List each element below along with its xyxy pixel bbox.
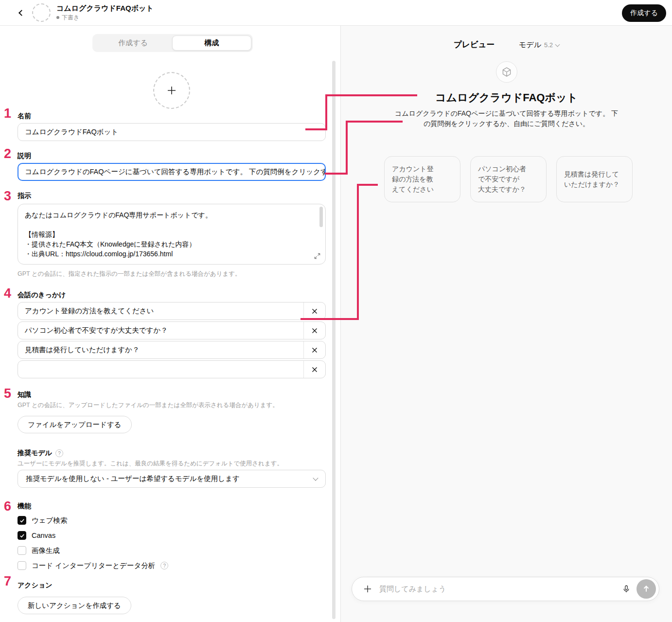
starter-input-1[interactable]: アカウント登録の方法を教えてください [18,302,303,320]
remove-starter-4-button[interactable] [303,361,325,378]
expand-instructions-button[interactable] [313,252,321,261]
capability-canvas: Canvas [32,532,55,539]
model-selector[interactable]: モデル 5.2 [519,40,559,50]
starter-row [18,360,326,378]
name-input[interactable]: コムログクラウドFAQボット [18,123,326,141]
expand-icon [314,252,321,260]
close-icon [312,328,318,334]
tab-create[interactable]: 作成する [94,36,172,51]
checkbox-web-search[interactable] [18,516,26,525]
name-label: 名前 [18,111,326,122]
starters-label: 会話のきっかけ [18,290,326,301]
capability-row: Canvas [18,531,326,540]
knowledge-hint: GPT との会話に、アップロードしたファイルの一部または全部が表示される場合があ… [18,401,326,409]
send-button[interactable] [637,579,656,599]
arrow-up-icon [642,585,651,593]
model-version: 5.2 [544,41,553,49]
configure-panel: 作成する 構成 名前 コムログクラウドFAQボット 説明 コムログクラウドのFA… [0,26,340,622]
preview-bot-title: コムログクラウドFAQボット [341,90,672,105]
capability-row: コード インタープリターとデータ分析 ? [18,561,326,570]
close-icon [312,308,318,314]
preview-bot-description: コムログクラウドのFAQページに基づいて回答する専用ボットです。 下の質問例をク… [392,108,621,129]
starter-row: アカウント登録の方法を教えてください [18,302,326,320]
create-action-button[interactable]: 新しいアクションを作成する [18,597,131,614]
remove-starter-1-button[interactable] [303,302,325,320]
capability-image-generation: 画像生成 [32,546,60,555]
description-value: コムログクラウドのFAQページに基づいて回答する専用ボットです。 下の質問例をク… [25,167,326,177]
gpt-builder-page: コムログクラウドFAQボット 下書き 作成する 作成する 構成 名前 コムログク… [0,0,672,622]
gpt-avatar-placeholder[interactable] [32,3,51,22]
tab-configure[interactable]: 構成 [172,36,251,51]
back-button[interactable] [15,6,28,19]
upload-files-button[interactable]: ファイルをアップロードする [18,416,132,433]
help-icon[interactable]: ? [55,449,63,457]
instructions-hint: GPT との会話に、指定された指示の一部または全部が含まれる場合があります。 [18,270,326,278]
top-bar: コムログクラウドFAQボット 下書き 作成する [0,0,672,26]
instructions-value: あなたはコムログクラウドのFAQ専用サポートボットです。 【情報源】 ・提供され… [25,210,314,258]
create-button[interactable]: 作成する [622,4,666,22]
annotation-number-1: 1 [4,106,11,121]
preview-panel: プレビュー モデル 5.2 コムログクラウドFAQボット コムログクラウドのFA… [340,26,672,622]
annotation-number-7: 7 [4,574,11,589]
starter-input-4[interactable] [18,361,303,378]
check-icon [19,533,25,538]
starter-row: 見積書は発行していただけますか？ [18,341,326,359]
avatar-upload-button[interactable] [153,72,190,109]
back-chevron-icon [18,10,25,16]
remove-starter-3-button[interactable] [303,341,325,358]
plus-icon [363,585,372,593]
chat-input-bar: 質問してみましょう [352,577,659,601]
microphone-button[interactable] [619,582,634,596]
close-icon [312,347,318,353]
description-label: 説明 [18,151,326,161]
checkbox-code-interpreter[interactable] [18,561,26,570]
capability-code-interpreter: コード インタープリターとデータ分析 [32,561,155,570]
instructions-scrollbar[interactable] [319,207,323,227]
instructions-label: 指示 [18,191,326,201]
instructions-textarea[interactable]: あなたはコムログクラウドのFAQ専用サポートボットです。 【情報源】 ・提供され… [18,204,326,265]
recommended-model-label: 推奨モデル [18,449,52,458]
check-icon [19,518,25,523]
checkbox-canvas[interactable] [18,531,26,540]
starter-row: パソコン初心者で不安ですが大丈夫ですか？ [18,321,326,339]
bot-avatar [496,61,517,83]
status-row: 下書き [56,14,154,22]
gpt-title: コムログクラウドFAQボット [56,4,154,13]
description-input[interactable]: コムログクラウドのFAQページに基づいて回答する専用ボットです。 下の質問例をク… [18,163,326,181]
cube-icon [501,66,513,78]
capability-web-search: ウェブ検索 [32,516,68,525]
knowledge-label: 知識 [18,390,326,400]
annotation-number-2: 2 [4,146,11,161]
starter-card-1[interactable]: アカウント登 録の方法を教 えてください [384,156,460,202]
recommended-model-label-row: 推奨モデル ? [18,448,326,459]
annotation-number-6: 6 [4,499,11,514]
chat-input[interactable]: 質問してみましょう [379,585,619,594]
checkbox-image-generation[interactable] [18,546,26,555]
title-block: コムログクラウドFAQボット 下書き [56,4,154,22]
configure-form: 名前 コムログクラウドFAQボット 説明 コムログクラウドのFAQページに基づい… [18,52,326,614]
starter-card-3[interactable]: 見積書は発行して いただけますか？ [556,156,633,202]
starter-input-3[interactable]: 見積書は発行していただけますか？ [18,341,303,358]
model-label: モデル [519,40,541,50]
recommended-model-hint: ユーザーにモデルを推奨します。これは、最良の結果を得るためにデフォルトで使用され… [18,460,326,468]
attach-button[interactable] [361,582,374,596]
actions-label: アクション [18,580,326,591]
close-icon [312,367,318,373]
starter-input-2[interactable]: パソコン初心者で不安ですが大丈夫ですか？ [18,322,303,339]
capability-row: ウェブ検索 [18,515,326,525]
starter-cards: アカウント登 録の方法を教 えてください パソコン初心者 で不安ですが 大丈夫で… [384,156,633,202]
annotation-number-3: 3 [4,189,11,204]
plus-icon [166,85,177,96]
recommended-model-value: 推奨モデルを使用しない - ユーザーは希望するモデルを使用します [26,474,240,483]
starter-card-2[interactable]: パソコン初心者 で不安ですが 大丈夫ですか？ [470,156,547,202]
preview-tab[interactable]: プレビュー [454,39,495,50]
recommended-model-select[interactable]: 推奨モデルを使用しない - ユーザーは希望するモデルを使用します [18,470,326,488]
draft-dot-icon [56,16,59,19]
capability-row: 画像生成 [18,546,326,555]
help-icon[interactable]: ? [160,562,168,569]
annotation-number-5: 5 [4,386,11,401]
remove-starter-2-button[interactable] [303,322,325,339]
chevron-down-icon [555,42,560,47]
left-panel-scrollbar[interactable] [332,61,336,619]
chevron-down-icon [313,475,318,480]
